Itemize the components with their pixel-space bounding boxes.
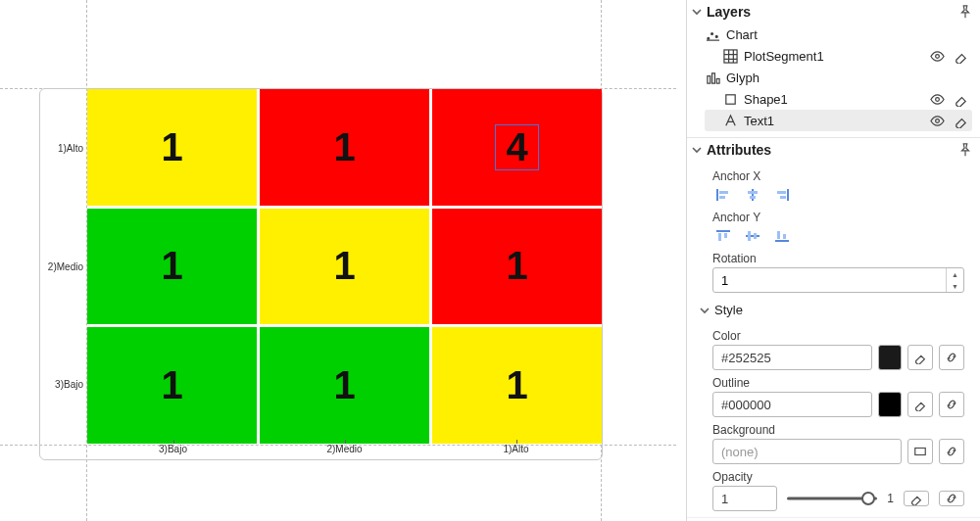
cell-value: 1 xyxy=(161,125,182,169)
row-label-2: 3)Bajo xyxy=(40,325,87,444)
opacity-input[interactable]: 1 xyxy=(712,486,777,511)
cell-0-1[interactable]: 1 xyxy=(260,89,429,206)
style-header[interactable]: Style xyxy=(687,299,980,321)
svg-rect-7 xyxy=(716,78,719,83)
col-label-1: 2)Medio xyxy=(259,444,430,459)
eraser-icon[interactable] xyxy=(907,345,933,370)
cell-2-1[interactable]: 1 xyxy=(260,327,429,444)
cell-1-2[interactable]: 1 xyxy=(432,209,602,325)
opacity-slider[interactable] xyxy=(787,491,877,506)
svg-rect-16 xyxy=(780,196,786,199)
anchor-y-row xyxy=(712,226,964,246)
layer-shape1[interactable]: Shape1 xyxy=(705,88,972,110)
shape-icon xyxy=(722,91,738,107)
eraser-icon[interactable] xyxy=(907,392,933,417)
outline-input[interactable]: #000000 xyxy=(712,392,872,417)
anchor-y-label: Anchor Y xyxy=(712,211,964,224)
svg-rect-17 xyxy=(718,233,721,241)
cell-value: 1 xyxy=(506,244,527,288)
chevron-down-icon xyxy=(691,144,703,156)
link-icon[interactable] xyxy=(939,345,964,370)
pin-icon[interactable] xyxy=(956,3,974,21)
layer-chart-group[interactable]: Chart xyxy=(705,24,972,45)
eraser-icon[interactable] xyxy=(953,48,968,64)
layer-plotsegment1[interactable]: PlotSegment1 xyxy=(705,45,972,67)
svg-rect-3 xyxy=(723,49,736,62)
eye-icon[interactable] xyxy=(929,91,945,107)
style-title: Style xyxy=(714,303,743,317)
attributes-body: Anchor X Anchor Y Rotation ▲ ▼ xyxy=(687,162,980,299)
layer-chart-label: Chart xyxy=(726,27,758,42)
chevron-up-icon[interactable]: ▲ xyxy=(947,268,963,280)
pin-icon[interactable] xyxy=(956,141,974,159)
chart-icon xyxy=(705,26,720,42)
svg-rect-14 xyxy=(750,196,756,199)
chevron-down-icon xyxy=(691,6,703,18)
svg-rect-13 xyxy=(748,191,758,194)
cell-value: 1 xyxy=(161,363,182,407)
cell-0-0[interactable]: 1 xyxy=(87,89,257,206)
svg-rect-6 xyxy=(711,72,714,82)
background-input[interactable]: (none) xyxy=(712,439,902,464)
layer-text1[interactable]: Text1 xyxy=(705,110,972,131)
attributes-header[interactable]: Attributes xyxy=(687,137,980,162)
svg-rect-11 xyxy=(719,191,728,194)
rotation-spinner[interactable]: ▲ ▼ xyxy=(946,268,963,292)
eye-icon[interactable] xyxy=(929,113,945,128)
plot-frame[interactable]: 1)Alto 2)Medio 3)Bajo 114111111 3)Bajo 2… xyxy=(39,88,603,460)
anchor-y-top[interactable] xyxy=(712,226,734,246)
rotation-field[interactable] xyxy=(713,268,946,292)
anchor-x-center[interactable] xyxy=(742,185,763,205)
rotation-label: Rotation xyxy=(712,252,964,265)
canvas: 1)Alto 2)Medio 3)Bajo 114111111 3)Bajo 2… xyxy=(0,0,676,521)
row-labels: 1)Alto 2)Medio 3)Bajo xyxy=(40,89,87,444)
svg-rect-22 xyxy=(783,234,786,239)
color-label: Color xyxy=(712,329,964,343)
cell-2-2[interactable]: 1 xyxy=(432,327,602,444)
anchor-y-middle[interactable] xyxy=(742,226,763,246)
link-icon[interactable] xyxy=(939,439,964,464)
anchor-y-bottom[interactable] xyxy=(771,226,793,246)
layers-header[interactable]: Layers xyxy=(687,0,980,24)
eraser-icon[interactable] xyxy=(904,491,929,506)
svg-point-1 xyxy=(710,32,712,34)
outline-swatch[interactable] xyxy=(878,392,902,417)
layer-glyph-group[interactable]: Glyph xyxy=(705,67,972,88)
eye-icon[interactable] xyxy=(929,48,945,64)
layer-plotsegment1-label: PlotSegment1 xyxy=(744,49,824,64)
cell-2-0[interactable]: 1 xyxy=(87,327,257,444)
opacity-label: Opacity xyxy=(712,470,964,484)
svg-rect-18 xyxy=(724,233,727,238)
svg-rect-23 xyxy=(915,449,926,455)
opacity-max-label: 1 xyxy=(887,492,894,505)
background-label: Background xyxy=(712,423,964,437)
layers-tree: Chart PlotSegment1 Glyph Shape1 xyxy=(687,24,980,137)
svg-rect-19 xyxy=(748,231,751,241)
color-swatch[interactable] xyxy=(878,345,902,370)
color-input[interactable]: #252525 xyxy=(712,345,872,370)
eraser-icon[interactable] xyxy=(953,113,968,128)
cell-value: 1 xyxy=(333,363,355,407)
link-icon[interactable] xyxy=(939,392,964,417)
cell-1-1[interactable]: 1 xyxy=(260,209,429,325)
layers-title: Layers xyxy=(707,4,751,20)
cell-1-0[interactable]: 1 xyxy=(87,209,257,325)
outline-label: Outline xyxy=(712,376,964,390)
eraser-icon[interactable] xyxy=(953,91,968,107)
link-icon[interactable] xyxy=(939,491,964,506)
svg-point-0 xyxy=(707,37,709,39)
chevron-down-icon[interactable]: ▼ xyxy=(947,280,963,292)
svg-point-4 xyxy=(935,54,939,58)
slider-thumb[interactable] xyxy=(861,492,875,505)
style-body: Color #252525 Outline #000000 Background… xyxy=(687,321,980,517)
anchor-x-left[interactable] xyxy=(712,185,734,205)
anchor-x-right[interactable] xyxy=(771,185,793,205)
svg-rect-5 xyxy=(707,75,710,83)
none-icon[interactable] xyxy=(907,439,933,464)
rotation-input[interactable]: ▲ ▼ xyxy=(712,267,964,293)
svg-rect-8 xyxy=(725,94,734,103)
svg-rect-15 xyxy=(777,191,786,194)
cell-0-2[interactable]: 4 xyxy=(432,89,602,206)
grid-icon xyxy=(722,48,738,64)
interactivity-header[interactable]: Interactivity xyxy=(687,517,980,521)
